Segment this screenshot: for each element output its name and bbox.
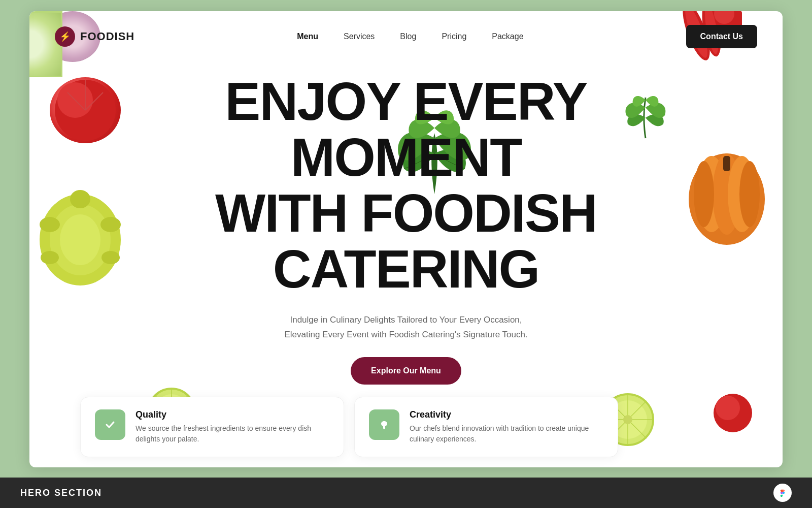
svg-rect-47 xyxy=(383,428,385,429)
logo-area[interactable]: ⚡ FOODISH xyxy=(55,26,134,47)
nav-package-link[interactable]: Package xyxy=(492,32,523,41)
creativity-description: Our chefs blend innovation with traditio… xyxy=(410,423,603,444)
creativity-title: Creativity xyxy=(410,409,603,420)
svg-point-24 xyxy=(739,161,760,227)
nav-pricing[interactable]: Pricing xyxy=(442,32,466,41)
svg-point-15 xyxy=(100,217,121,232)
hero-title-line2: WITH FOODISH CATERING xyxy=(215,183,597,299)
navbar: ⚡ FOODISH Menu Services Blog Prici xyxy=(29,11,783,62)
nav-menu[interactable]: Menu xyxy=(297,32,318,41)
nav-links: Menu Services Blog Pricing Package xyxy=(297,32,523,41)
quality-content: Quality We source the freshest ingredien… xyxy=(136,409,329,444)
hero-subtitle-line1: Indulge in Culinary Delights Tailored to… xyxy=(290,315,522,325)
hero-subtitle: Indulge in Culinary Delights Tailored to… xyxy=(284,313,527,342)
quality-description: We source the freshest ingredients to en… xyxy=(136,423,329,444)
squash-decoration xyxy=(35,174,126,288)
figma-icon xyxy=(773,484,792,502)
website-card: ⚡ FOODISH Menu Services Blog Prici xyxy=(29,11,783,467)
explore-button[interactable]: Explore Our Menu xyxy=(351,357,461,385)
section-label: HERO SECTION xyxy=(20,488,102,498)
svg-point-18 xyxy=(101,251,120,264)
creativity-content: Creativity Our chefs blend innovation wi… xyxy=(410,409,603,444)
svg-point-16 xyxy=(70,190,90,208)
pumpkin-decoration xyxy=(681,123,772,247)
quality-icon xyxy=(95,409,125,440)
nav-blog[interactable]: Blog xyxy=(400,32,416,41)
feature-card-creativity: Creativity Our chefs blend innovation wi… xyxy=(354,397,618,457)
logo-text: FOODISH xyxy=(80,30,134,43)
nav-package[interactable]: Package xyxy=(492,32,523,41)
svg-point-14 xyxy=(40,217,60,232)
nav-pricing-link[interactable]: Pricing xyxy=(442,32,466,41)
creativity-icon xyxy=(369,409,399,440)
hero-subtitle-line2: Elevating Every Event with Foodish Cater… xyxy=(284,330,527,339)
logo-icon: ⚡ xyxy=(55,26,75,47)
svg-rect-25 xyxy=(723,156,730,171)
nav-blog-link[interactable]: Blog xyxy=(400,32,416,41)
svg-point-13 xyxy=(60,214,100,265)
hero-title-line1: ENJOY EVERY MOMENT xyxy=(225,72,587,187)
contact-button[interactable]: Contact Us xyxy=(686,25,757,48)
nav-menu-link[interactable]: Menu xyxy=(297,32,318,41)
hero-title: ENJOY EVERY MOMENT WITH FOODISH CATERING xyxy=(127,74,685,298)
feature-card-quality: Quality We source the freshest ingredien… xyxy=(80,397,344,457)
feature-cards: Quality We source the freshest ingredien… xyxy=(29,397,783,467)
nav-services[interactable]: Services xyxy=(344,32,375,41)
quality-title: Quality xyxy=(136,409,329,420)
svg-point-23 xyxy=(694,161,714,227)
svg-point-17 xyxy=(41,251,59,264)
bottom-bar: HERO SECTION xyxy=(0,478,812,508)
nav-services-link[interactable]: Services xyxy=(344,32,375,41)
